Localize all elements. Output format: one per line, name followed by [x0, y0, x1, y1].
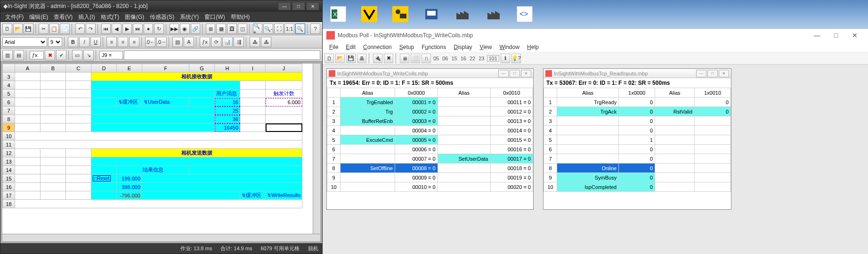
alias-cell[interactable]: [341, 173, 395, 182]
col-header[interactable]: 0x0000: [395, 88, 438, 98]
copy-icon[interactable]: 📋: [49, 24, 59, 34]
menu-edit[interactable]: 编辑(E): [26, 13, 51, 21]
value-cell[interactable]: 00014 = 0: [490, 126, 533, 135]
col-header[interactable]: C: [66, 64, 91, 73]
menu-connection[interactable]: Connection: [359, 44, 396, 50]
read-icon[interactable]: ⬜: [411, 54, 420, 63]
row-header[interactable]: 17: [3, 191, 15, 200]
alias-cell[interactable]: [341, 182, 395, 192]
menu-edit[interactable]: Edit: [342, 44, 359, 50]
val4[interactable]: 16450: [215, 123, 240, 132]
fn15[interactable]: 15: [451, 56, 458, 61]
alias-cell[interactable]: [557, 154, 619, 164]
row-header[interactable]: 3: [3, 73, 15, 81]
align-left-icon[interactable]: ≡: [106, 37, 117, 47]
row-header[interactable]: 10: [327, 182, 341, 192]
row-tool-icon[interactable]: ▤: [14, 50, 24, 60]
buf2-label[interactable]: ↯缓冲区: [240, 191, 266, 200]
value-cell[interactable]: [695, 116, 731, 126]
row-header[interactable]: 9: [3, 123, 15, 132]
alias-cell[interactable]: [438, 145, 490, 154]
col-header[interactable]: A: [15, 64, 41, 73]
reset-button[interactable]: □Reset: [93, 175, 111, 181]
user-msg-label[interactable]: 用户消息: [215, 90, 240, 98]
value-cell[interactable]: 0: [619, 182, 655, 192]
underline-icon[interactable]: U: [90, 37, 101, 47]
value-cell[interactable]: [695, 164, 731, 173]
mdi-writecoils[interactable]: InSightWithModbusTcp_WriteCoils.mbp — □ …: [326, 68, 534, 210]
new-icon[interactable]: 🗋: [324, 54, 334, 63]
col-header[interactable]: [327, 88, 341, 98]
fx-icon[interactable]: ƒx: [200, 37, 210, 47]
row-header[interactable]: 5: [327, 135, 341, 145]
value-cell[interactable]: 0: [619, 116, 655, 126]
row-header[interactable]: 5: [3, 90, 15, 98]
close-button[interactable]: ✕: [306, 2, 319, 10]
zoom-100-icon[interactable]: 1:1: [284, 24, 294, 34]
col-header[interactable]: 1x0000: [619, 88, 655, 98]
col-header[interactable]: E: [117, 64, 142, 73]
row-header[interactable]: 6: [327, 145, 341, 154]
zoom-in-icon[interactable]: 🔍+: [253, 24, 263, 34]
row-header[interactable]: 4: [327, 126, 341, 135]
value-cell[interactable]: [695, 154, 731, 164]
alias-cell[interactable]: [557, 135, 619, 145]
code-icon[interactable]: <>: [516, 6, 533, 23]
buffer-label[interactable]: ↯缓冲区: [117, 98, 142, 107]
alias-cell[interactable]: [655, 173, 695, 182]
mdi2-grid[interactable]: Alias1x0000Alias1x00101TrgReady002TrgAck…: [544, 88, 731, 209]
formula-input[interactable]: [124, 50, 320, 60]
value-cell[interactable]: 00013 = 0: [490, 116, 533, 126]
grid-icon[interactable]: ▦: [216, 24, 226, 34]
col-header[interactable]: [544, 88, 557, 98]
menu-help[interactable]: 帮助(H): [228, 13, 253, 21]
alias-cell[interactable]: RstValid: [655, 107, 695, 116]
flow-icon[interactable]: ⇶: [234, 37, 244, 47]
alias-cell[interactable]: SetUserData: [438, 154, 490, 164]
row-header[interactable]: 8: [544, 164, 557, 173]
menu-insert[interactable]: 插入(I): [75, 13, 97, 21]
maximize-button[interactable]: □: [510, 70, 520, 77]
val1[interactable]: 16: [215, 98, 240, 107]
net-icon[interactable]: 🖧: [250, 37, 260, 47]
vision-icon[interactable]: [361, 6, 378, 23]
col-header[interactable]: D: [91, 64, 117, 73]
col-header[interactable]: J: [266, 64, 302, 73]
writeresults-label[interactable]: ↯WriteResults: [266, 191, 302, 200]
value-cell[interactable]: 00006 = 0: [395, 145, 438, 154]
row-header[interactable]: 10: [544, 182, 557, 192]
row-header[interactable]: 8: [327, 164, 341, 173]
modbus-titlebar[interactable]: Modbus Poll - InSightWithModbusTcp_Write…: [323, 29, 868, 42]
alias-cell[interactable]: [557, 126, 619, 135]
align-center-icon[interactable]: ≡: [118, 37, 128, 47]
col-header[interactable]: B: [41, 64, 66, 73]
value-cell[interactable]: 0: [619, 126, 655, 135]
alias-cell[interactable]: TrgAck: [557, 107, 619, 116]
close-button[interactable]: ✕: [719, 70, 729, 77]
send-header[interactable]: 相机发送数据: [91, 149, 302, 157]
image-icon[interactable]: 🖼: [227, 24, 237, 34]
value-cell[interactable]: 0: [619, 173, 655, 182]
mdi-readinputs[interactable]: InSightWithModbusTcp_ReadInputs.mbp — □ …: [543, 68, 731, 210]
col-tool-icon[interactable]: ▥: [2, 50, 13, 60]
zoom-fit-icon[interactable]: ⛶: [274, 24, 284, 34]
font-size-select[interactable]: 9: [48, 37, 62, 47]
cancel-icon[interactable]: ✖: [45, 50, 55, 60]
fill-color-icon[interactable]: ▧: [172, 37, 183, 47]
value-cell[interactable]: 00020 = 0: [490, 182, 533, 192]
undo-icon[interactable]: ↶: [75, 24, 85, 34]
mdi1-grid[interactable]: Alias0x0000Alias0x00101TrgEnabled00001 =…: [327, 88, 533, 209]
paste-icon[interactable]: 📄: [60, 24, 70, 34]
open-icon[interactable]: 📂: [335, 54, 345, 63]
alias-cell[interactable]: Trg: [341, 107, 395, 116]
menu-window[interactable]: Window: [495, 44, 523, 50]
value-cell[interactable]: [695, 126, 731, 135]
menu-image[interactable]: 图像(G): [122, 13, 147, 21]
menu-view[interactable]: 查看(V): [51, 13, 75, 21]
close-button[interactable]: ✕: [521, 70, 531, 77]
col-header[interactable]: H: [215, 64, 240, 73]
italic-icon[interactable]: I: [79, 37, 89, 47]
accept-icon[interactable]: ✔: [56, 50, 66, 60]
menu-file[interactable]: 文件(F): [2, 13, 26, 21]
info-icon[interactable]: ℹ: [501, 54, 510, 63]
